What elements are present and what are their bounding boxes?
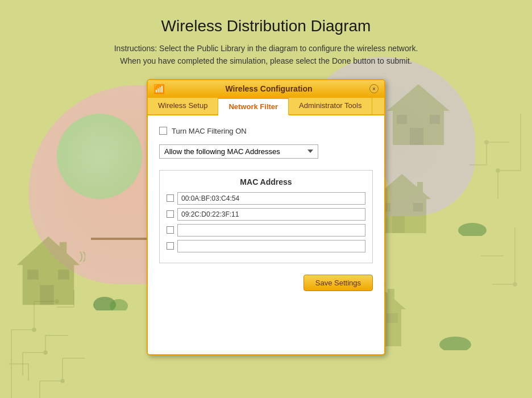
wifi-icon: 📶 <box>153 84 165 94</box>
instruction-line2: When you have completed the simulation, … <box>114 55 418 67</box>
mac-input-3[interactable] <box>177 224 365 237</box>
mac-checkbox-3[interactable] <box>167 226 174 234</box>
mac-filter-dropdown[interactable]: Allow the following MAC Addresses Deny t… <box>159 144 318 159</box>
mac-input-1[interactable] <box>177 192 365 205</box>
mac-row-2 <box>167 208 365 221</box>
save-settings-button[interactable]: Save Settings <box>304 275 373 291</box>
instructions: Instructions: Select the Public Library … <box>114 42 418 68</box>
instruction-line1: Instructions: Select the Public Library … <box>114 42 418 55</box>
mac-filter-label: Turn MAC Filtering ON <box>172 127 247 135</box>
tab-wireless-setup[interactable]: Wireless Setup <box>148 98 218 114</box>
dialog-title: Wireless Configuration <box>168 84 369 93</box>
dialog-body: Turn MAC Filtering ON Allow the followin… <box>148 115 384 354</box>
close-button[interactable]: × <box>369 84 379 93</box>
wireless-config-dialog: 📶 Wireless Configuration × Wireless Setu… <box>147 79 385 355</box>
mac-filter-row: Turn MAC Filtering ON <box>159 127 373 135</box>
mac-row-3 <box>167 224 365 237</box>
mac-checkbox-1[interactable] <box>167 194 174 202</box>
tab-administrator-tools[interactable]: Administrator Tools <box>289 98 372 114</box>
dialog-titlebar: 📶 Wireless Configuration × <box>148 80 384 98</box>
mac-address-table: MAC Address <box>159 170 373 263</box>
dropdown-row: Allow the following MAC Addresses Deny t… <box>159 144 373 159</box>
mac-row-1 <box>167 192 365 205</box>
main-content: Wireless Distribution Diagram Instructio… <box>0 0 532 398</box>
mac-table-title: MAC Address <box>167 177 365 186</box>
save-button-row: Save Settings <box>159 275 373 291</box>
mac-checkbox-4[interactable] <box>167 242 174 250</box>
mac-row-4 <box>167 240 365 252</box>
mac-checkbox-2[interactable] <box>167 210 174 218</box>
tab-network-filter[interactable]: Network Filter <box>218 98 289 115</box>
mac-filter-checkbox[interactable] <box>159 127 167 135</box>
mac-input-4[interactable] <box>177 240 365 252</box>
dialog-tabs: Wireless Setup Network Filter Administra… <box>148 98 384 115</box>
mac-input-2[interactable] <box>177 208 365 221</box>
page-title: Wireless Distribution Diagram <box>161 17 371 35</box>
